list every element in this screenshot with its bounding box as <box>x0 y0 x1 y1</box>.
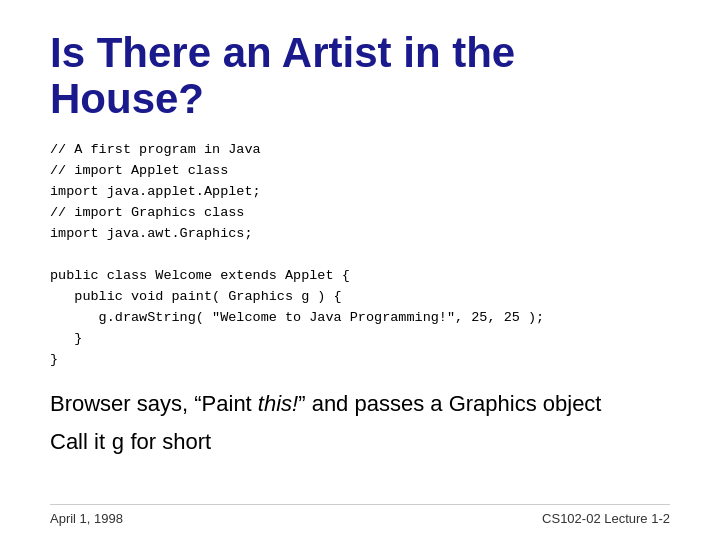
code-line-1: // A first program in Java <box>50 142 261 157</box>
footer-course: CS102-02 Lecture 1-2 <box>542 511 670 526</box>
body-line-2: Call it g for short <box>50 427 670 460</box>
body-line2-suffix: for short <box>124 429 211 454</box>
code-line-6: public class Welcome extends Applet { <box>50 268 350 283</box>
body-text-italic: this! <box>258 391 298 416</box>
slide: Is There an Artist in the House? // A fi… <box>0 0 720 540</box>
code-line-8: g.drawString( "Welcome to Java Programmi… <box>50 310 544 325</box>
code-line-7: public void paint( Graphics g ) { <box>50 289 342 304</box>
code-line-10: } <box>50 352 58 367</box>
body-line-1: Browser says, “Paint this!” and passes a… <box>50 389 670 420</box>
code-line-4: // import Graphics class <box>50 205 244 220</box>
code-line-5: import java.awt.Graphics; <box>50 226 253 241</box>
body-text-prefix: Browser says, “Paint <box>50 391 258 416</box>
body-line2-code: g <box>111 431 124 456</box>
slide-title: Is There an Artist in the House? <box>50 30 670 122</box>
body-line2-prefix: Call it <box>50 429 111 454</box>
code-line-3: import java.applet.Applet; <box>50 184 261 199</box>
body-text-suffix: ” and passes a Graphics object <box>298 391 601 416</box>
code-block: // A first program in Java // import App… <box>50 140 670 370</box>
code-line-2: // import Applet class <box>50 163 228 178</box>
footer: April 1, 1998 CS102-02 Lecture 1-2 <box>50 504 670 526</box>
footer-date: April 1, 1998 <box>50 511 123 526</box>
code-line-9: } <box>50 331 82 346</box>
